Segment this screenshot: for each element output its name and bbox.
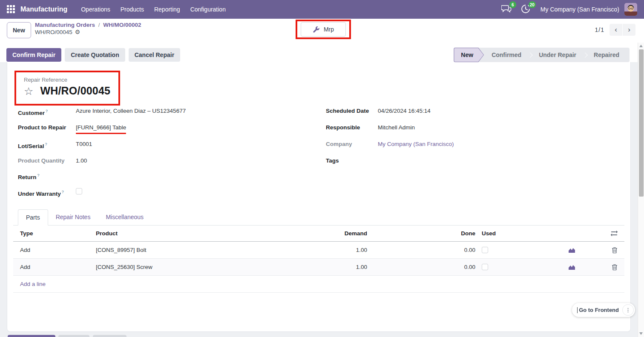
wrench-icon <box>313 26 320 33</box>
gear-icon[interactable]: ⚙ <box>75 29 80 36</box>
notebook-tabs: Parts Repair Notes Miscellaneous <box>13 209 624 226</box>
tab-miscellaneous[interactable]: Miscellaneous <box>98 209 151 225</box>
row-product[interactable]: [CONS_89957] Bolt <box>96 247 299 253</box>
product-to-repair-value[interactable]: [FURN_9666] Table <box>76 124 126 131</box>
row-demand[interactable]: 1.00 <box>299 264 367 270</box>
activities-badge: 20 <box>529 1 536 8</box>
col-demand[interactable]: Demand <box>299 230 367 237</box>
kebab-menu-icon[interactable]: ⋮ <box>622 304 634 316</box>
row-done[interactable]: 0.00 <box>367 247 475 253</box>
table-row[interactable]: Add [CONS_25630] Screw 1.00 0.00 <box>13 259 624 276</box>
cancel-repair-button[interactable]: Cancel Repair <box>129 48 180 62</box>
messages-icon[interactable]: 6 <box>501 4 512 14</box>
left-fields: Customer? Azure Interior, Colleen Diaz –… <box>18 107 299 205</box>
responsible-value[interactable]: Mitchell Admin <box>378 124 415 131</box>
return-label: Return <box>18 174 37 180</box>
field-return: Return? <box>18 171 299 188</box>
field-lot-serial: Lot/Serial? T0001 <box>18 140 299 157</box>
add-line-row: Add a line <box>13 276 624 293</box>
company-label: Company <box>326 141 352 147</box>
forecast-chart-icon[interactable] <box>565 247 578 253</box>
tab-repair-notes[interactable]: Repair Notes <box>48 209 98 225</box>
log-note-button-stub[interactable] <box>58 335 89 337</box>
help-icon[interactable]: ? <box>37 173 40 177</box>
create-quotation-button[interactable]: Create Quotation <box>65 48 125 62</box>
col-used[interactable]: Used <box>475 230 505 237</box>
go-to-frontend-button[interactable]: Go to Frontend <box>579 307 619 313</box>
activities-icon[interactable]: 20 <box>521 4 532 14</box>
scroll-down-icon[interactable] <box>639 332 643 335</box>
field-product-quantity: Product Quantity 1.00 <box>18 157 299 171</box>
help-icon[interactable]: ? <box>46 109 48 113</box>
col-type[interactable]: Type <box>20 230 96 237</box>
row-done[interactable]: 0.00 <box>367 264 475 270</box>
tags-label: Tags <box>326 157 339 164</box>
breadcrumb-separator: / <box>97 22 102 28</box>
col-done[interactable]: Done <box>367 230 475 237</box>
tab-parts[interactable]: Parts <box>18 209 48 226</box>
add-a-line-link[interactable]: Add a line <box>20 281 46 287</box>
action-buttons: Confirm Repair Create Quotation Cancel R… <box>6 48 180 62</box>
help-icon[interactable]: ? <box>45 142 47 146</box>
field-product-to-repair: Product to Repair [FURN_9666] Table <box>18 124 299 140</box>
used-checkbox[interactable] <box>482 264 488 270</box>
control-panel: New Manufacturing Orders / WH/MO/00002 W… <box>0 19 644 62</box>
nav-menu-configuration[interactable]: Configuration <box>185 0 231 19</box>
breadcrumb-current: WH/RO/00045 <box>35 29 72 36</box>
chevron-right-icon[interactable]: › <box>623 24 635 36</box>
activities-button-stub[interactable] <box>93 335 126 337</box>
mrp-button[interactable]: Mrp <box>301 22 346 37</box>
used-checkbox[interactable] <box>482 247 488 253</box>
breadcrumb-record[interactable]: WH/MO/00002 <box>103 22 141 28</box>
forecast-chart-icon[interactable] <box>565 264 578 270</box>
apps-grid-icon[interactable] <box>7 5 15 14</box>
new-button[interactable]: New <box>7 22 31 38</box>
under-warranty-checkbox[interactable] <box>76 188 82 194</box>
status-step-new[interactable]: New <box>454 48 484 62</box>
app-name[interactable]: Manufacturing <box>20 6 67 13</box>
nav-menu-operations[interactable]: Operations <box>76 0 115 19</box>
star-icon[interactable]: ☆ <box>24 86 33 97</box>
status-step-under-repair[interactable]: Under Repair <box>531 48 584 62</box>
nav-menu-reporting[interactable]: Reporting <box>149 0 185 19</box>
row-demand[interactable]: 1.00 <box>299 247 367 253</box>
pager: 1/1 ‹ › <box>595 24 635 36</box>
field-customer: Customer? Azure Interior, Colleen Diaz –… <box>18 107 299 124</box>
trash-icon[interactable] <box>605 247 618 254</box>
field-company: Company My Company (San Francisco) <box>326 140 607 157</box>
avatar[interactable] <box>624 3 637 16</box>
repair-reference-value[interactable]: WH/RO/00045 <box>40 85 110 97</box>
company-switcher[interactable]: My Company (San Francisco) <box>540 6 619 13</box>
trash-icon[interactable] <box>605 264 618 271</box>
send-message-button-stub[interactable] <box>8 335 55 337</box>
customer-value[interactable]: Azure Interior, Colleen Diaz – US1234567… <box>76 107 186 115</box>
status-step-confirmed[interactable]: Confirmed <box>484 48 529 62</box>
mrp-button-label: Mrp <box>324 26 334 33</box>
nav-menu-products[interactable]: Products <box>115 0 149 19</box>
field-responsible: Responsible Mitchell Admin <box>326 124 607 140</box>
under-warranty-label: Under Warranty <box>18 191 61 197</box>
help-icon[interactable]: ? <box>62 190 64 194</box>
row-product[interactable]: [CONS_25630] Screw <box>96 264 299 270</box>
field-tags: Tags <box>326 157 607 174</box>
scheduled-date-value[interactable]: 04/26/2024 16:45:14 <box>378 107 431 115</box>
table-row[interactable]: Add [CONS_89957] Bolt 1.00 0.00 <box>13 242 624 259</box>
chevron-left-icon[interactable]: ‹ <box>610 24 622 36</box>
parts-table: Type Product Demand Done Used Add [CONS_… <box>13 226 624 293</box>
row-type[interactable]: Add <box>20 264 96 270</box>
vertical-scrollbar[interactable] <box>638 43 644 337</box>
repair-reference-label: Repair Reference <box>24 77 118 83</box>
sheet-background: Repair Reference ☆ WH/RO/00045 Customer?… <box>0 62 644 337</box>
company-value[interactable]: My Company (San Francisco) <box>378 140 454 148</box>
product-quantity-label: Product Quantity <box>18 157 65 164</box>
col-product[interactable]: Product <box>96 230 299 237</box>
optional-columns-icon[interactable] <box>605 230 618 237</box>
scrollbar-thumb[interactable] <box>639 49 644 197</box>
row-type[interactable]: Add <box>20 247 96 253</box>
breadcrumb-parent[interactable]: Manufacturing Orders <box>35 22 95 28</box>
status-step-repaired[interactable]: Repaired <box>586 48 627 62</box>
scroll-up-icon[interactable] <box>639 45 643 47</box>
confirm-repair-button[interactable]: Confirm Repair <box>6 48 61 62</box>
lot-serial-value[interactable]: T0001 <box>76 140 92 148</box>
responsible-label: Responsible <box>326 124 360 131</box>
